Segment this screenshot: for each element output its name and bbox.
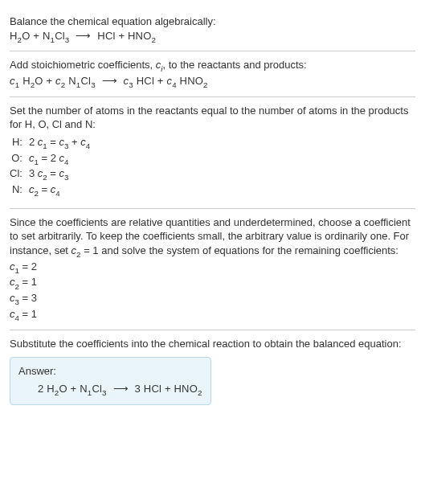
product-hcl: HCl <box>97 30 115 42</box>
step-4: Since the coefficients are relative quan… <box>10 209 415 330</box>
c3-line: c3 = 3 <box>10 291 415 307</box>
answer-box: Answer: 2 H2O + N1Cl3 ⟶ 3 HCl + HNO2 <box>10 357 211 404</box>
unbalanced-equation: H2O + N1Cl3 ⟶ HCl + HNO2 <box>10 29 415 45</box>
row-H: H: 2 c1 = c3 + c4 <box>10 135 90 151</box>
reactant-n1cl3: N1Cl3 <box>80 383 107 395</box>
step5-heading: Substitute the coefficients into the che… <box>10 337 415 351</box>
coeff-solutions: c1 = 2 c2 = 1 c3 = 3 c4 = 1 <box>10 260 415 323</box>
c1-line: c1 = 2 <box>10 260 415 276</box>
step-1: Balance the chemical equation algebraica… <box>10 8 415 51</box>
step3-heading: Set the number of atoms in the reactants… <box>10 104 415 132</box>
answer-label: Answer: <box>18 364 202 379</box>
row-Cl: Cl: 3 c2 = c3 <box>10 166 90 182</box>
step2-heading: Add stoichiometric coefficients, ci, to … <box>10 58 415 74</box>
step-5: Substitute the coefficients into the che… <box>10 330 415 412</box>
product-hno2: HNO2 <box>174 383 202 395</box>
row-N: N: c2 = c4 <box>10 182 90 199</box>
arrow-icon: ⟶ <box>110 382 132 396</box>
atom-balance-table: H: 2 c1 = c3 + c4 O: c1 = 2 c4 Cl: 3 c2 … <box>10 135 90 199</box>
c4-line: c4 = 1 <box>10 307 415 323</box>
balanced-equation: 2 H2O + N1Cl3 ⟶ 3 HCl + HNO2 <box>18 382 202 398</box>
coeff-equation: c1 H2O + c2 N1Cl3 ⟶ c3 HCl + c4 HNO2 <box>10 74 415 90</box>
c2-line: c2 = 1 <box>10 275 415 291</box>
step-2: Add stoichiometric coefficients, ci, to … <box>10 51 415 97</box>
arrow-icon: ⟶ <box>72 29 94 43</box>
step1-heading: Balance the chemical equation algebraica… <box>10 14 415 29</box>
reactant-h2o: 2 H2O <box>38 383 67 395</box>
product-hno2: HNO2 <box>128 30 156 42</box>
row-O: O: c1 = 2 c4 <box>10 151 90 167</box>
reactant-n1cl3: N1Cl3 <box>43 30 70 42</box>
arrow-icon: ⟶ <box>99 74 121 88</box>
step-3: Set the number of atoms in the reactants… <box>10 97 415 209</box>
reactant-h2o: H2O <box>10 30 31 42</box>
step4-heading: Since the coefficients are relative quan… <box>10 215 415 260</box>
product-hcl: 3 HCl <box>135 383 162 395</box>
